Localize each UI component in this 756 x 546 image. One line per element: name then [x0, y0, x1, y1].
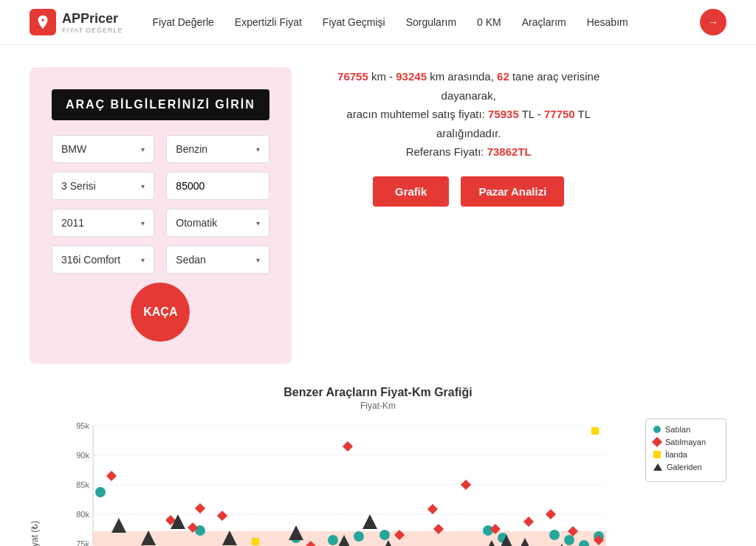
logo-icon [30, 9, 56, 35]
fuel-value: Benzin [176, 143, 207, 155]
kaca-button[interactable]: KAÇA [131, 283, 190, 342]
svg-rect-57 [591, 427, 599, 435]
chart-area: 95k 90k 85k 80k 75k 70k 65k 78k 80k 82k … [43, 418, 638, 546]
series-select[interactable]: 3 Serisi ▾ [52, 172, 154, 200]
transmission-arrow-icon: ▾ [256, 219, 260, 227]
nav-0km[interactable]: 0 KM [477, 16, 501, 28]
grafik-button[interactable]: Grafik [373, 176, 449, 207]
svg-rect-52 [523, 516, 534, 527]
svg-rect-53 [546, 509, 556, 519]
svg-rect-40 [106, 471, 117, 481]
result-actions: Grafik Pazar Analizi [321, 176, 616, 207]
logo-text: APPricer FIYAT DEĞERLE [62, 11, 123, 34]
km-min: 76755 [337, 70, 368, 83]
chart-legend: Satılan Satılmayan İlanda Galeriden [645, 418, 726, 482]
card-title: ARAÇ BİLGİLERİNİZİ GİRİN [52, 89, 269, 120]
y-axis-label: Fiyat (₺) [30, 418, 40, 546]
legend-satilan: Satılan [653, 425, 718, 434]
result-area: 76755 km - 93245 km arasında, 62 tane ar… [321, 67, 616, 207]
trim-select[interactable]: 316i Comfort ▾ [52, 246, 154, 274]
chart-main: 95k 90k 85k 80k 75k 70k 65k 78k 80k 82k … [43, 418, 726, 546]
header: APPricer FIYAT DEĞERLE Fiyat Değerle Exp… [0, 0, 756, 45]
logo-name: APPricer [62, 11, 123, 27]
km-input-wrapper [166, 172, 269, 200]
price-min: 75935 [488, 108, 519, 120]
form-row-1: BMW ▾ Benzin ▾ [52, 135, 269, 163]
satilan-label: Satılan [665, 425, 690, 434]
galeriden-label: Galeriden [667, 463, 702, 471]
svg-point-34 [483, 525, 493, 536]
chart-wrapper: Fiyat (₺) [30, 418, 726, 546]
svg-rect-48 [427, 504, 438, 514]
svg-rect-43 [195, 503, 205, 514]
ilanda-label: İlanda [665, 450, 687, 459]
nav-araçlarim[interactable]: Araçlarım [522, 16, 566, 28]
nav-gecmis[interactable]: Fiyat Geçmişi [323, 16, 385, 28]
user-avatar[interactable]: → [700, 9, 726, 35]
ilanda-icon [653, 451, 661, 458]
satilan-icon [653, 426, 661, 433]
series-value: 3 Serisi [61, 180, 96, 192]
chart-svg: 95k 90k 85k 80k 75k 70k 65k 78k 80k 82k … [43, 418, 638, 546]
form-row-4: 316i Comfort ▾ Sedan ▾ [52, 246, 269, 274]
legend-ilanda: İlanda [653, 450, 718, 459]
svg-rect-56 [252, 538, 259, 545]
satilmayan-icon [652, 437, 662, 447]
body-select[interactable]: Sedan ▾ [166, 246, 269, 274]
nav-hesabim[interactable]: Hesabım [587, 16, 628, 28]
svg-text:95k: 95k [76, 421, 89, 430]
svg-point-36 [549, 530, 560, 540]
top-section: ARAÇ BİLGİLERİNİZİ GİRİN BMW ▾ Benzin ▾ … [30, 67, 726, 364]
referans-price: 73862TL [487, 145, 532, 158]
fuel-select[interactable]: Benzin ▾ [166, 135, 269, 163]
button-area: KAÇA [52, 283, 269, 342]
nav-expertizli[interactable]: Expertizli Fiyat [235, 16, 302, 28]
svg-text:85k: 85k [76, 480, 89, 489]
chart-section: Benzer Araçların Fiyat-Km Grafiği Fiyat-… [30, 386, 726, 546]
logo-area: APPricer FIYAT DEĞERLE [30, 9, 123, 35]
year-arrow-icon: ▾ [141, 219, 145, 227]
svg-rect-44 [217, 511, 227, 521]
nav-sorgularim[interactable]: Sorgularım [406, 16, 456, 28]
brand-value: BMW [61, 143, 86, 155]
body-arrow-icon: ▾ [256, 256, 260, 264]
svg-marker-58 [111, 518, 126, 533]
chart-title: Benzer Araçların Fiyat-Km Grafiği [30, 386, 726, 399]
svg-rect-46 [343, 441, 353, 452]
main-nav: Fiyat Değerle Expertizli Fiyat Fiyat Geç… [153, 16, 700, 28]
svg-point-31 [354, 531, 364, 542]
svg-point-27 [95, 487, 106, 497]
brand-arrow-icon: ▾ [141, 145, 145, 153]
nav-fiyat-degerle[interactable]: Fiyat Değerle [153, 16, 214, 28]
result-text: 76755 km - 93245 km arasında, 62 tane ar… [321, 67, 616, 162]
transmission-select[interactable]: Otomatik ▾ [166, 209, 269, 237]
svg-rect-24 [93, 531, 606, 546]
svg-rect-50 [461, 480, 471, 490]
legend-galeriden: Galeriden [653, 463, 718, 471]
svg-point-32 [379, 530, 390, 540]
price-max: 77750 [544, 108, 575, 120]
svg-marker-65 [362, 514, 377, 529]
vehicle-form-card: ARAÇ BİLGİLERİNİZİ GİRİN BMW ▾ Benzin ▾ … [30, 67, 292, 364]
body-value: Sedan [176, 254, 205, 266]
year-select[interactable]: 2011 ▾ [52, 209, 154, 237]
count: 62 [497, 70, 509, 83]
brand-select[interactable]: BMW ▾ [52, 135, 154, 163]
series-arrow-icon: ▾ [141, 182, 145, 190]
year-value: 2011 [61, 217, 84, 229]
pazar-button[interactable]: Pazar Analizi [461, 176, 564, 207]
trim-value: 316i Comfort [61, 254, 120, 266]
galeriden-icon [653, 463, 662, 471]
satilmayan-label: Satılmayan [665, 438, 706, 446]
chart-subtitle: Fiyat-Km [30, 401, 726, 411]
form-row-2: 3 Serisi ▾ [52, 172, 269, 200]
svg-point-30 [328, 535, 338, 545]
transmission-value: Otomatik [176, 217, 217, 229]
logo-sub: FIYAT DEĞERLE [62, 27, 123, 34]
km-input[interactable] [176, 180, 259, 192]
svg-point-37 [564, 535, 574, 545]
km-max: 93245 [396, 70, 427, 83]
legend-satilmayan: Satılmayan [653, 438, 718, 446]
svg-text:80k: 80k [76, 510, 89, 519]
main-content: ARAÇ BİLGİLERİNİZİ GİRİN BMW ▾ Benzin ▾ … [0, 45, 756, 546]
